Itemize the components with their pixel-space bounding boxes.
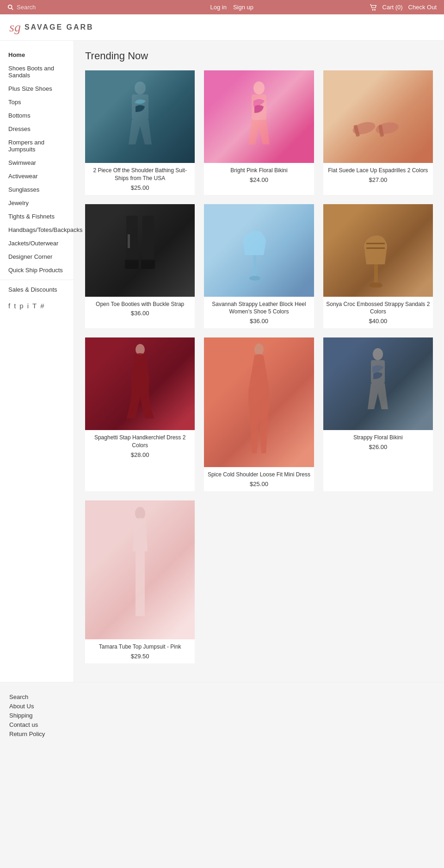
product-name-5: Sonya Croc Embossed Strappy Sandals 2 Co… — [323, 300, 433, 316]
product-image-5 — [323, 204, 433, 297]
product-name-6: Spaghetti Stap Handkerchief Dress 2 Colo… — [85, 434, 195, 450]
footer-shipping[interactable]: Shipping — [9, 712, 435, 719]
product-figure-2 — [350, 112, 406, 149]
product-name-0: 2 Piece Off the Shoulder Bathing Suit- S… — [85, 167, 195, 182]
sidebar-item-rompers[interactable]: Rompers and Jumpsuits — [0, 136, 74, 156]
product-image-1 — [204, 70, 314, 163]
product-card-7[interactable]: Spice Cold Shoulder Loose Fit Mini Dress… — [204, 337, 314, 491]
footer-search[interactable]: Search — [9, 693, 435, 700]
product-image-2 — [323, 70, 433, 163]
product-image-7 — [204, 337, 314, 467]
logo[interactable]: sg SAVAGE GARB — [9, 21, 94, 34]
product-name-9: Tamara Tube Top Jumpsuit - Pink — [85, 643, 195, 651]
product-card-5[interactable]: Sonya Croc Embossed Strappy Sandals 2 Co… — [323, 204, 433, 329]
svg-rect-17 — [253, 255, 256, 276]
product-figure-3 — [119, 211, 161, 290]
svg-rect-16 — [128, 234, 130, 248]
sidebar-item-handbags[interactable]: Handbags/Totes/Backpacks — [0, 223, 74, 237]
svg-point-0 — [8, 5, 12, 8]
sidebar-item-dresses[interactable]: Dresses — [0, 122, 74, 136]
product-grid: 2 Piece Off the Shoulder Bathing Suit- S… — [85, 70, 433, 491]
sidebar-item-tights[interactable]: Tights & Fishnets — [0, 210, 74, 223]
header: sg SAVAGE GARB — [0, 14, 444, 41]
tumblr-icon[interactable]: T — [32, 302, 37, 310]
svg-point-2 — [372, 9, 373, 10]
product-card-3[interactable]: Open Toe Booties with Buckle Strap $36.0… — [85, 204, 195, 329]
search-input[interactable] — [17, 4, 94, 11]
product-card-1[interactable]: Bright Pink Floral Bikini $24.00 — [204, 70, 314, 195]
product-figure-5 — [355, 213, 401, 287]
sidebar-item-tops[interactable]: Tops — [0, 95, 74, 109]
sidebar-item-shoes[interactable]: Shoes Boots and Sandals — [0, 62, 74, 82]
svg-point-24 — [254, 343, 264, 356]
product-figure-1 — [240, 80, 278, 154]
instagram-icon[interactable]: i — [27, 302, 29, 310]
product-name-2: Flat Suede Lace Up Espadrilles 2 Colors — [323, 167, 433, 175]
svg-point-27 — [135, 507, 145, 520]
main-content: Trending Now 2 Piece Off the Shoulder Ba… — [74, 41, 444, 682]
product-price-3: $36.00 — [85, 310, 195, 317]
cart-area: Cart (0) Check Out — [370, 4, 437, 11]
sidebar-item-jewelry[interactable]: Jewelry — [0, 196, 74, 210]
svg-rect-19 — [374, 264, 378, 283]
product-figure-8 — [359, 347, 396, 421]
login-link[interactable]: Log in — [210, 4, 227, 11]
sidebar-item-bottoms[interactable]: Bottoms — [0, 109, 74, 122]
sidebar-item-designer[interactable]: Designer Corner — [0, 250, 74, 263]
sidebar-item-home[interactable]: Home — [0, 48, 74, 62]
product-figure-0 — [122, 80, 159, 154]
product-name-7: Spice Cold Shoulder Loose Fit Mini Dress — [204, 471, 314, 479]
product-price-8: $26.00 — [323, 443, 433, 450]
sidebar-item-sales[interactable]: Sales & Discounts — [0, 283, 74, 296]
product-price-7: $25.00 — [204, 481, 314, 487]
sidebar-item-jackets[interactable]: Jackets/Outerwear — [0, 237, 74, 250]
top-bar: Log in Sign up Cart (0) Check Out — [0, 0, 444, 14]
product-grid-2: Tamara Tube Top Jumpsuit - Pink $29.50 — [85, 500, 433, 663]
cart-link[interactable]: Cart (0) — [382, 4, 403, 11]
product-card-9[interactable]: Tamara Tube Top Jumpsuit - Pink $29.50 — [85, 500, 195, 663]
product-card-0[interactable]: 2 Piece Off the Shoulder Bathing Suit- S… — [85, 70, 195, 195]
footer-return[interactable]: Return Policy — [9, 731, 435, 737]
cart-icon — [370, 4, 377, 11]
svg-point-18 — [249, 276, 260, 281]
product-figure-9 — [122, 505, 159, 635]
other-icon[interactable]: # — [40, 302, 44, 310]
svg-point-20 — [370, 282, 382, 287]
facebook-icon[interactable]: f — [8, 302, 10, 310]
product-name-1: Bright Pink Floral Bikini — [204, 167, 314, 175]
product-image-4 — [204, 204, 314, 297]
svg-rect-15 — [141, 260, 155, 269]
main-layout: Home Shoes Boots and Sandals Plus Size S… — [0, 41, 444, 682]
twitter-icon[interactable]: t — [14, 302, 16, 310]
svg-rect-13 — [125, 260, 139, 269]
product-price-9: $29.50 — [85, 653, 195, 660]
signup-link[interactable]: Sign up — [233, 4, 253, 11]
sidebar-item-sunglasses[interactable]: Sunglasses — [0, 183, 74, 196]
product-price-0: $25.00 — [85, 184, 195, 191]
product-price-2: $27.00 — [323, 176, 433, 183]
product-price-5: $40.00 — [323, 318, 433, 325]
checkout-link[interactable]: Check Out — [408, 4, 437, 11]
product-name-4: Savannah Strappy Leather Block Heel Wome… — [204, 300, 314, 316]
product-image-0 — [85, 70, 195, 163]
product-card-8[interactable]: Strappy Floral Bikini $26.00 — [323, 337, 433, 491]
sidebar-item-plus-size[interactable]: Plus Size Shoes — [0, 82, 74, 95]
auth-links: Log in Sign up — [210, 4, 254, 11]
pinterest-icon[interactable]: p — [19, 302, 23, 310]
section-title: Trending Now — [85, 50, 433, 62]
product-image-3 — [85, 204, 195, 297]
search-icon — [7, 4, 14, 11]
product-figure-4 — [236, 213, 282, 287]
svg-point-10 — [375, 121, 400, 136]
svg-point-3 — [374, 9, 375, 10]
svg-point-4 — [135, 81, 146, 94]
sidebar-item-quickship[interactable]: Quick Ship Products — [0, 263, 74, 277]
footer-about[interactable]: About Us — [9, 703, 435, 710]
footer-contact[interactable]: Contact us — [9, 721, 435, 728]
product-card-6[interactable]: Spaghetti Stap Handkerchief Dress 2 Colo… — [85, 337, 195, 491]
product-card-4[interactable]: Savannah Strappy Leather Block Heel Wome… — [204, 204, 314, 329]
sidebar-item-activewear[interactable]: Activewear — [0, 169, 74, 183]
product-price-6: $28.00 — [85, 451, 195, 458]
product-card-2[interactable]: Flat Suede Lace Up Espadrilles 2 Colors … — [323, 70, 433, 195]
sidebar-item-swimwear[interactable]: Swimwear — [0, 156, 74, 169]
